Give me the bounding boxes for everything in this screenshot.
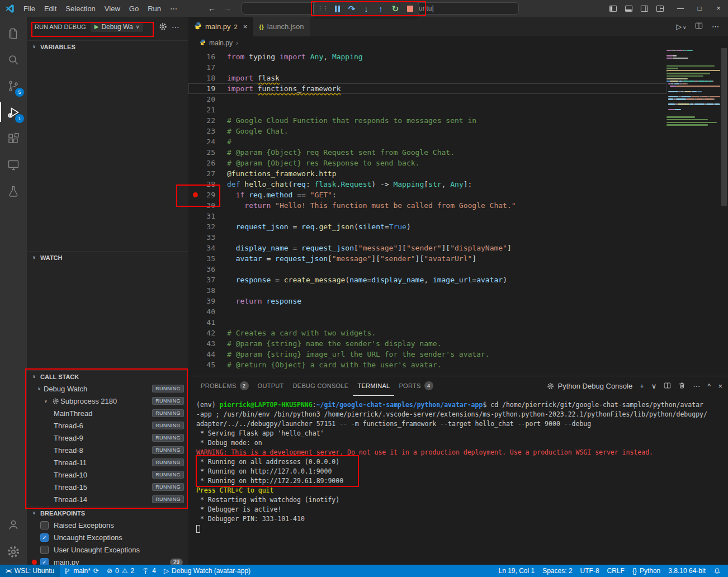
callstack-row[interactable]: Thread-10RUNNING <box>27 469 188 481</box>
callstack-row[interactable]: Thread-9RUNNING <box>27 432 188 444</box>
line-number[interactable]: 36 <box>188 264 215 275</box>
line-number[interactable]: 20 <box>188 94 215 105</box>
code-line[interactable]: 33 <box>188 232 666 243</box>
line-number[interactable]: 31 <box>188 211 215 221</box>
code-line[interactable]: 31 <box>188 211 666 221</box>
line-number[interactable]: 45 <box>188 360 215 370</box>
code-line[interactable]: 20 <box>188 94 666 105</box>
step-into-button[interactable]: ↓ <box>359 2 374 15</box>
toggle-panel-icon[interactable] <box>621 0 636 17</box>
sync-icon[interactable]: ⟳ <box>93 567 99 575</box>
breakpoint-row[interactable]: User Uncaught Exceptions <box>27 543 188 556</box>
breakpoint-dot[interactable] <box>193 192 198 197</box>
split-editor-button[interactable] <box>695 22 703 31</box>
search-icon[interactable] <box>0 46 27 73</box>
new-terminal-button[interactable]: + <box>640 382 644 390</box>
menu-item-selection[interactable]: Selection <box>61 4 100 13</box>
menu-item-file[interactable]: File <box>19 4 40 13</box>
line-number[interactable]: 23 <box>188 126 215 136</box>
panel-tab-ports[interactable]: PORTS4 <box>394 376 437 396</box>
callstack-row[interactable]: Thread-15RUNNING <box>27 481 188 493</box>
notifications-bell[interactable] <box>710 565 725 577</box>
code-line[interactable]: 26# @param {Object} res Response to send… <box>188 158 666 168</box>
breakpoint-checkbox[interactable]: ✓ <box>40 558 49 565</box>
callstack-row[interactable]: Thread-6RUNNING <box>27 419 188 432</box>
breakpoints-section-header[interactable]: ∨ BREAKPOINTS <box>27 507 188 519</box>
menu-item-view[interactable]: View <box>100 4 125 13</box>
code-line[interactable]: 36 <box>188 264 666 275</box>
code-line[interactable]: 28def hello_chat(req: flask.Request) -> … <box>188 179 666 190</box>
breakpoint-checkbox[interactable] <box>40 521 49 529</box>
code-line[interactable]: 41 <box>188 317 666 328</box>
code-line[interactable]: 25# @param {Object} req Request sent fro… <box>188 147 666 158</box>
line-number[interactable]: 19 <box>188 83 215 94</box>
problems-status[interactable]: ⊘ 0 ⚠ 2 <box>103 565 138 577</box>
line-number[interactable]: 17 <box>188 62 215 73</box>
editor-scrollbar[interactable] <box>721 48 727 206</box>
callstack-row[interactable]: Thread-11RUNNING <box>27 456 188 469</box>
code-line[interactable]: 23# Google Chat. <box>188 126 666 136</box>
settings-gear-icon[interactable] <box>0 538 27 565</box>
close-window-button[interactable]: × <box>709 0 728 17</box>
line-number[interactable]: 32 <box>188 221 215 232</box>
stop-button[interactable] <box>403 2 417 15</box>
launch-config-gear-icon[interactable] <box>159 22 167 31</box>
panel-tab-problems[interactable]: PROBLEMS2 <box>196 376 253 396</box>
line-number[interactable]: 40 <box>188 306 215 317</box>
cursor-position[interactable]: Ln 19, Col 1 <box>494 565 538 577</box>
code-line[interactable]: 43# @param {string} name the sender's di… <box>188 338 666 349</box>
code-line[interactable]: 17 <box>188 62 666 73</box>
start-debug-icon[interactable]: ▶ <box>94 23 99 30</box>
editor-more-actions-icon[interactable]: ⋯ <box>712 22 719 31</box>
line-number[interactable]: 38 <box>188 285 215 296</box>
breakpoint-row[interactable]: ✓main.py29 <box>27 556 188 565</box>
code-line[interactable]: 38 <box>188 285 666 296</box>
terminal-instance[interactable]: Python Debug Console <box>547 382 632 390</box>
kill-terminal-button[interactable] <box>678 382 686 391</box>
forward-icon[interactable]: → <box>224 4 231 13</box>
line-number[interactable]: 30 <box>188 200 215 211</box>
line-number[interactable]: 24 <box>188 136 215 147</box>
tab-launch-json[interactable]: {} launch.json <box>253 17 310 36</box>
panel-tab-output[interactable]: OUTPUT <box>253 376 289 396</box>
code-line[interactable]: 24# <box>188 136 666 147</box>
customize-layout-icon[interactable] <box>652 0 668 17</box>
breakpoint-checkbox[interactable]: ✓ <box>40 533 49 542</box>
close-panel-icon[interactable]: × <box>718 382 722 390</box>
breadcrumb[interactable]: main.py › <box>188 36 728 49</box>
account-icon[interactable] <box>0 511 27 537</box>
line-number[interactable]: 25 <box>188 147 215 158</box>
terminal-dropdown-icon[interactable]: ∨ <box>651 382 657 390</box>
language-mode[interactable]: {}Python <box>628 565 664 577</box>
line-number[interactable]: 16 <box>188 51 215 62</box>
code-line[interactable]: 18import flask <box>188 73 666 83</box>
drag-handle-icon[interactable]: ⋮⋮ <box>315 2 330 15</box>
line-number[interactable]: 41 <box>188 317 215 328</box>
callstack-row[interactable]: ∨Debug WatchRUNNING <box>27 382 188 395</box>
minimap[interactable] <box>666 49 720 139</box>
breadcrumb-file[interactable]: main.py <box>209 39 233 47</box>
explorer-icon[interactable] <box>0 20 27 46</box>
code-line[interactable]: 27@functions_framework.http <box>188 168 666 179</box>
menu-item-run[interactable]: Run <box>143 4 166 13</box>
panel-more-actions-icon[interactable]: ⋯ <box>693 382 700 390</box>
step-out-button[interactable]: ↑ <box>374 2 388 15</box>
line-number[interactable]: 29 <box>188 190 215 200</box>
debug-session-status[interactable]: ▷ Debug Watch (avatar-app) <box>160 565 254 577</box>
menu-item-edit[interactable]: Edit <box>40 4 61 13</box>
code-line[interactable]: 30 return "Hello! This function must be … <box>188 200 666 211</box>
line-number[interactable]: 44 <box>188 349 215 360</box>
python-interpreter[interactable]: 3.8.10 64-bit <box>664 565 710 577</box>
line-number[interactable]: 34 <box>188 243 215 253</box>
code-line[interactable]: 44# @param {string} image_url the URL fo… <box>188 349 666 360</box>
breakpoint-row[interactable]: Raised Exceptions <box>27 519 188 531</box>
line-number[interactable]: 43 <box>188 338 215 349</box>
restart-button[interactable]: ↻ <box>388 2 403 15</box>
code-line[interactable]: 37 response = create_message(name=displa… <box>188 275 666 285</box>
code-line[interactable]: 35 avatar = request_json["message"]["sen… <box>188 253 666 264</box>
breakpoint-row[interactable]: ✓Uncaught Exceptions <box>27 531 188 543</box>
code-line[interactable]: 32 request_json = req.get_json(silent=Tr… <box>188 221 666 232</box>
eol-status[interactable]: CRLF <box>603 565 628 577</box>
ports-status[interactable]: 4 <box>138 565 160 577</box>
tab-main-py[interactable]: main.py 2 × <box>188 17 253 36</box>
